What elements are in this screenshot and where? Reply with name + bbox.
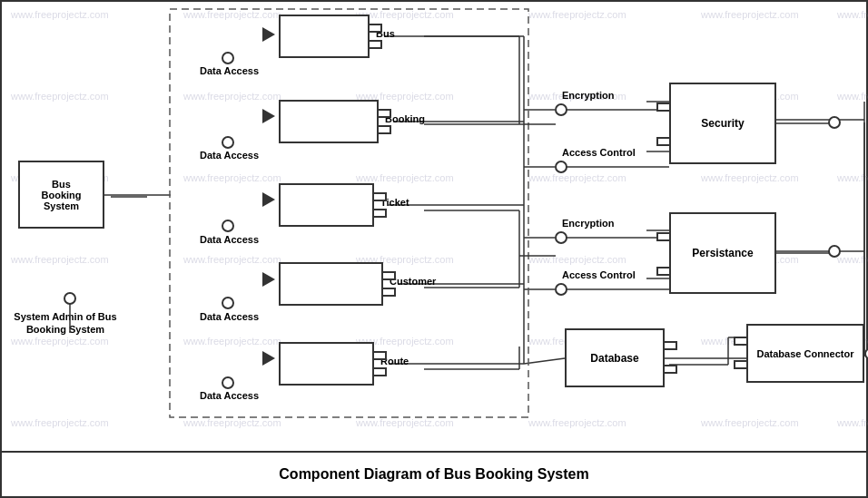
- svg-line-47: [524, 358, 565, 364]
- customer-arrow: [262, 272, 275, 287]
- watermark: www.freeprojectz.com: [11, 9, 109, 20]
- system-admin-circle: [64, 292, 76, 305]
- bus-component: Bus: [279, 15, 370, 58]
- system-admin-label: System Admin of Bus Booking System: [11, 310, 120, 337]
- watermark: www.freeprojectz.com: [11, 417, 109, 428]
- encryption2-circle: [555, 231, 567, 244]
- route-arrow: [262, 351, 275, 366]
- booking-arrow: [262, 109, 275, 123]
- watermark: www.fre: [837, 172, 868, 183]
- watermark: www.freeprojectz.com: [11, 336, 109, 347]
- security-component: Security: [669, 83, 776, 164]
- bus-arrow: [262, 27, 275, 42]
- watermark: www.freeprojectz.com: [701, 172, 799, 183]
- security-label: Security: [701, 117, 744, 130]
- encryption1-label: Encryption: [562, 90, 614, 101]
- watermark: www.fre: [837, 9, 868, 20]
- database-component: Database: [565, 328, 665, 387]
- watermark: www.freeprojectz.com: [528, 254, 626, 265]
- encryption2-label: Encryption: [562, 218, 614, 229]
- database-connector-component: Database Connector: [746, 324, 864, 383]
- customer-label: Customer: [390, 276, 436, 287]
- watermark: www.freeprojectz.com: [183, 9, 281, 20]
- security-socket: [828, 116, 841, 129]
- ticket-component: Ticket: [279, 183, 374, 227]
- customer-component: Customer: [279, 262, 383, 306]
- ticket-data-access-circle: [222, 220, 234, 232]
- watermark: www.fre: [837, 91, 868, 102]
- access-control1-label: Access Control: [562, 147, 636, 158]
- booking-component: Booking: [279, 100, 379, 143]
- customer-data-access-circle: [222, 297, 234, 309]
- persistance-socket: [828, 245, 841, 258]
- watermark: www.freeprojectz.com: [356, 172, 454, 183]
- ticket-arrow: [262, 192, 275, 207]
- database-connector-label: Database Connector: [757, 348, 854, 359]
- database-label: Database: [590, 352, 638, 365]
- booking-data-access-circle: [222, 136, 234, 149]
- persistance-label: Persistance: [692, 247, 753, 259]
- ticket-data-access-label: Data Access: [200, 234, 259, 245]
- watermark: www.fre: [837, 254, 868, 265]
- access-control2-label: Access Control: [562, 269, 636, 280]
- access-control2-circle: [555, 283, 567, 296]
- bus-data-access-label: Data Access: [200, 65, 259, 76]
- watermark: www.freeprojectz.com: [701, 9, 799, 20]
- watermark: www.fre: [837, 417, 868, 428]
- footer-title: Component Diagram of Bus Booking System: [279, 466, 588, 483]
- booking-data-access-label: Data Access: [200, 150, 259, 161]
- watermark: www.freeprojectz.com: [528, 172, 626, 183]
- bus-data-access-circle: [222, 52, 234, 64]
- route-data-access-circle: [222, 376, 234, 389]
- watermark: www.freeprojectz.com: [11, 254, 109, 265]
- watermark: www.freeprojectz.com: [11, 91, 109, 102]
- bus-booking-system-actor: Bus Booking System: [18, 161, 104, 229]
- watermark: www.freeprojectz.com: [183, 254, 281, 265]
- watermark: www.freeprojectz.com: [183, 336, 281, 347]
- watermark: www.freeprojectz.com: [701, 417, 799, 428]
- watermark: www.freeprojectz.com: [183, 172, 281, 183]
- watermark: www.freeprojectz.com: [528, 9, 626, 20]
- access-control1-circle: [555, 161, 567, 173]
- watermark: www.freeprojectz.com: [183, 91, 281, 102]
- main-container: www.freeprojectz.com www.freeprojectz.co…: [0, 0, 868, 498]
- route-data-access-label: Data Access: [200, 390, 259, 401]
- watermark: www.freeprojectz.com: [528, 417, 626, 428]
- encryption1-circle: [555, 103, 567, 116]
- customer-data-access-label: Data Access: [200, 311, 259, 322]
- persistance-component: Persistance: [669, 212, 776, 294]
- watermark: www.freeprojectz.com: [356, 9, 454, 20]
- route-component: Route: [279, 342, 374, 386]
- watermark: www.freeprojectz.com: [356, 417, 454, 428]
- watermark: www.freeprojectz.com: [183, 417, 281, 428]
- footer-bar: Component Diagram of Bus Booking System: [2, 451, 866, 496]
